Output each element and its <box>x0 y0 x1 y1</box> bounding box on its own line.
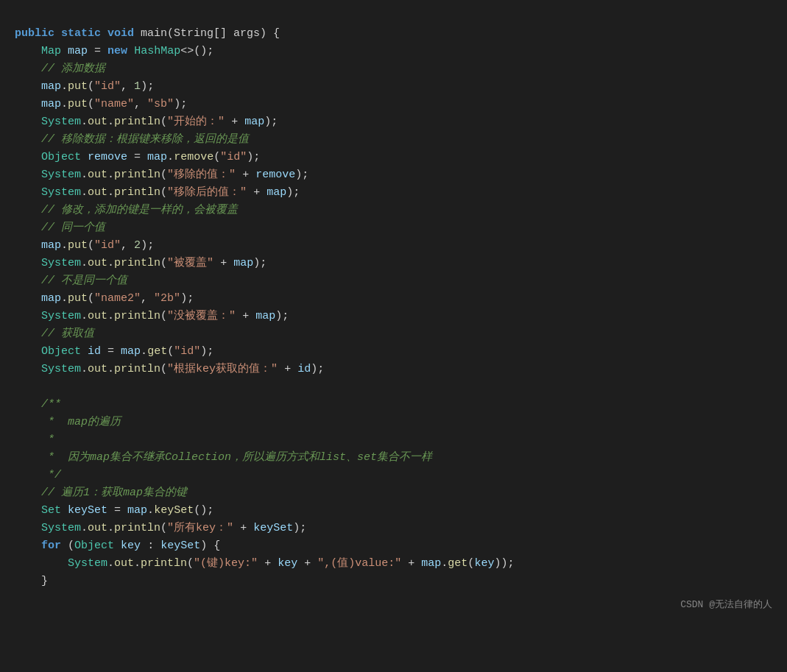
var-keyset: keySet <box>68 504 107 517</box>
watermark: CSDN @无法自律的人 <box>15 598 772 613</box>
keyword-static: static <box>61 27 101 40</box>
type-system4: System <box>41 257 81 269</box>
comment-javadoc-end: */ <box>41 469 61 481</box>
generic-diamond: <>(); <box>180 45 213 57</box>
method-put1: put <box>68 80 88 93</box>
comment-modify1: // 修改，添加的键是一样的，会被覆盖 <box>41 204 238 216</box>
method-println2: println <box>114 169 160 181</box>
comment-diff-val: // 不是同一个值 <box>41 275 127 287</box>
method-println3: println <box>114 186 160 199</box>
str-name: "name" <box>94 98 134 110</box>
var-map: map <box>68 45 88 57</box>
str-sb: "sb" <box>147 98 174 110</box>
type-set: Set <box>41 504 61 517</box>
var-map-ref6: map <box>41 239 61 252</box>
var-map-ref11: map <box>127 504 147 517</box>
var-map-ref12: map <box>421 557 441 570</box>
var-map-ref9: map <box>255 310 275 322</box>
var-remove-ref: remove <box>255 169 295 181</box>
str-get-val: "根据key获取的值：" <box>167 363 278 375</box>
str-removed-val: "移除的值：" <box>167 169 236 181</box>
type-system1: System <box>41 116 81 128</box>
str-all-keys: "所有key：" <box>167 522 233 534</box>
comment-javadoc-start: /** <box>41 398 61 411</box>
method-out8: out <box>114 557 134 570</box>
comment-javadoc-explain: * 因为map集合不继承Collection，所以遍历方式和list、set集合… <box>41 451 432 464</box>
type-system2: System <box>41 169 81 181</box>
method-println6: println <box>114 363 160 375</box>
var-map-ref2: map <box>41 98 61 110</box>
var-map-ref4: map <box>147 151 167 163</box>
comment-add-data: // 添加数据 <box>41 63 105 75</box>
str-id4: "id" <box>174 345 200 358</box>
type-object2: Object <box>41 345 81 358</box>
comment-traverse1: // 遍历1：获取map集合的键 <box>41 487 187 499</box>
str-key-label: "(键)key:" <box>194 557 258 570</box>
type-system8: System <box>68 557 107 570</box>
method-out4: out <box>88 257 107 269</box>
method-out3: out <box>88 186 107 199</box>
method-put3: put <box>68 239 88 252</box>
method-println4: println <box>114 257 160 269</box>
comment-get: // 获取值 <box>41 328 94 340</box>
str-not-overwritten: "没被覆盖：" <box>167 310 236 322</box>
method-remove: remove <box>174 151 213 163</box>
method-println8: println <box>141 557 187 570</box>
str-2b: "2b" <box>154 292 180 305</box>
comment-same-val: // 同一个值 <box>41 222 105 234</box>
str-id2: "id" <box>220 151 247 163</box>
var-map-ref1: map <box>41 80 61 93</box>
op-assign: = <box>94 45 107 57</box>
str-start: "开始的：" <box>167 116 225 128</box>
method-out5: out <box>88 310 107 322</box>
method-out2: out <box>88 169 107 181</box>
comment-javadoc-star: * <box>41 434 54 446</box>
num-2: 2 <box>134 239 141 252</box>
type-system5: System <box>41 310 81 322</box>
var-id: id <box>88 345 101 358</box>
str-overwritten: "被覆盖" <box>167 257 213 269</box>
type-system7: System <box>41 522 81 534</box>
method-put4: put <box>68 292 88 305</box>
type-object1: Object <box>41 151 81 163</box>
method-get2: get <box>448 557 467 570</box>
method-get1: get <box>147 345 167 358</box>
method-out7: out <box>88 522 107 534</box>
var-map-ref10: map <box>121 345 141 358</box>
keyword-public: public <box>15 27 54 40</box>
var-key: key <box>121 540 141 552</box>
method-println7: println <box>114 522 160 534</box>
type-system6: System <box>41 363 81 375</box>
str-value-label: ",(值)value:" <box>317 557 401 570</box>
var-keyset-ref2: keySet <box>160 540 200 552</box>
type-map: Map <box>41 45 61 57</box>
str-id1: "id" <box>94 80 121 93</box>
var-id-ref: id <box>297 363 311 375</box>
code-container: public static void main(String[] args) {… <box>15 7 772 590</box>
var-key-ref2: key <box>474 557 494 570</box>
var-key-ref: key <box>278 557 297 570</box>
num-1: 1 <box>134 80 141 93</box>
str-after-remove: "移除后的值：" <box>167 186 247 199</box>
comment-javadoc-traverse: * map的遍历 <box>41 416 121 428</box>
str-id3: "id" <box>94 239 121 252</box>
var-map-ref8: map <box>41 292 61 305</box>
keyword-void: void <box>107 27 134 40</box>
var-map-ref7: map <box>233 257 253 269</box>
keyword-new: new <box>107 45 127 57</box>
keyword-for: for <box>41 540 61 552</box>
var-keyset-ref: keySet <box>253 522 293 534</box>
method-println1: println <box>114 116 160 128</box>
comment-remove: // 移除数据：根据键来移除，返回的是值 <box>41 133 249 146</box>
var-map-ref3: map <box>244 116 264 128</box>
method-out6: out <box>88 363 107 375</box>
var-remove: remove <box>88 151 127 163</box>
method-out1: out <box>88 116 107 128</box>
str-name2: "name2" <box>94 292 141 305</box>
type-system3: System <box>41 186 81 199</box>
type-hashmap: HashMap <box>134 45 180 57</box>
method-main: main(String[] args) { <box>141 27 280 40</box>
type-object3: Object <box>74 540 114 552</box>
method-put2: put <box>68 98 88 110</box>
var-map-ref5: map <box>267 186 286 199</box>
